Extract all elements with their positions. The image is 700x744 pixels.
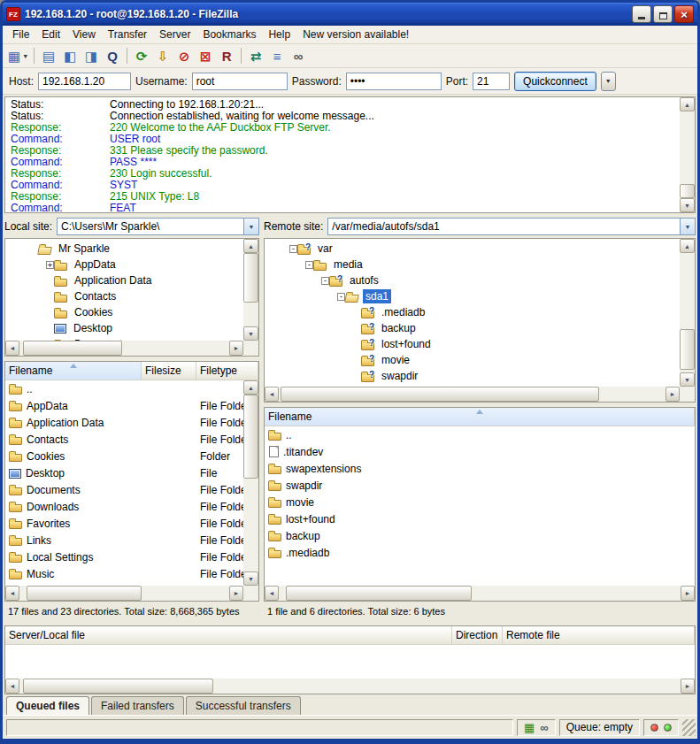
maximize-button[interactable] (653, 5, 673, 23)
file-row[interactable]: Links File Folder (5, 532, 243, 548)
scrollbar-track[interactable] (243, 395, 258, 571)
file-row[interactable]: .. (5, 380, 243, 397)
file-row[interactable]: Downloads File Folder (5, 498, 243, 515)
close-button[interactable]: × (674, 5, 694, 23)
password-input[interactable] (346, 73, 442, 90)
tree-item-label[interactable]: Desktop (71, 321, 115, 335)
scroll-right-icon[interactable]: ► (681, 586, 695, 601)
expander-icon[interactable]: - (289, 245, 297, 253)
expander-icon[interactable]: - (305, 261, 313, 269)
tree-item-label[interactable]: media (331, 257, 365, 272)
tree-item[interactable]: Contacts (5, 288, 243, 304)
tree-item[interactable]: - media (265, 257, 680, 272)
scroll-right-icon[interactable]: ► (229, 341, 243, 356)
menu-item[interactable]: Edit (35, 27, 66, 42)
expander-icon[interactable]: - (337, 293, 345, 301)
scroll-up-icon[interactable]: ▲ (243, 380, 258, 395)
local-list-vertical-scrollbar[interactable]: ▲ ▼ (243, 380, 258, 586)
file-row[interactable]: AppData File Folder (5, 397, 243, 414)
tree-item[interactable]: backup (265, 320, 680, 336)
file-row[interactable]: Cookies Folder (5, 448, 243, 464)
scrollbar-track[interactable] (680, 253, 695, 372)
scroll-left-icon[interactable]: ◄ (5, 341, 19, 356)
tree-item[interactable]: Application Data (5, 272, 243, 288)
chevron-down-icon[interactable]: ▼ (243, 219, 258, 234)
scroll-up-icon[interactable]: ▲ (680, 97, 695, 111)
scrollbar-track[interactable] (19, 341, 229, 356)
scrollbar-thumb[interactable] (23, 341, 122, 356)
cancel-button[interactable]: ⊘ (173, 46, 195, 66)
scrollbar-thumb[interactable] (243, 253, 258, 303)
tree-item-label[interactable]: AppData (72, 257, 119, 272)
scrollbar-thumb[interactable] (243, 395, 258, 479)
scrollbar-thumb[interactable] (680, 329, 695, 370)
column-header-filesize[interactable]: Filesize (142, 362, 196, 380)
refresh-button[interactable]: ⟳ (131, 46, 152, 66)
reconnect-button[interactable]: R (216, 46, 237, 66)
remote-tree-horizontal-scrollbar[interactable]: ◄ ► (265, 387, 695, 402)
scroll-down-icon[interactable]: ▼ (243, 571, 258, 586)
remote-treeview-toggle-button[interactable]: ◨ (81, 46, 102, 66)
directory-comparison-button[interactable]: ≡ (266, 46, 288, 66)
binoculars-icon[interactable]: ∞ (540, 722, 548, 733)
scroll-down-icon[interactable]: ▼ (243, 326, 258, 341)
scroll-up-icon[interactable]: ▲ (243, 239, 258, 253)
file-row[interactable]: .mediadb (265, 544, 695, 561)
scrollbar-thumb[interactable] (27, 586, 142, 601)
queue-tab[interactable]: Failed transfers (91, 696, 184, 715)
message-log-toggle-button[interactable]: ▤ (38, 46, 59, 66)
local-site-combobox[interactable]: C:\Users\Mr Sparkle\ ▼ (57, 218, 259, 235)
file-row[interactable]: Application Data File Folder (5, 414, 243, 431)
tree-item[interactable]: lost+found (265, 336, 680, 352)
chevron-down-icon[interactable]: ▼ (22, 53, 28, 59)
file-row[interactable]: Local Settings File Folder (5, 548, 243, 565)
log-vertical-scrollbar[interactable]: ▲ ▼ (680, 97, 695, 212)
scroll-left-icon[interactable]: ◄ (265, 387, 279, 402)
file-row[interactable]: lost+found (265, 510, 695, 527)
menu-item[interactable]: File (6, 27, 35, 42)
menu-item[interactable]: Help (262, 27, 296, 42)
tree-item[interactable]: Cookies (5, 304, 243, 320)
username-input[interactable] (192, 73, 288, 90)
file-row[interactable]: swapextensions (265, 460, 695, 477)
remote-site-combobox[interactable]: /var/media/autofs/sda1 ▼ (327, 218, 696, 235)
tree-item[interactable]: swapdir (265, 368, 680, 384)
scroll-left-icon[interactable]: ◄ (5, 586, 19, 601)
file-row[interactable]: swapdir (265, 477, 695, 494)
tree-item[interactable]: - var (265, 241, 680, 257)
chevron-down-icon[interactable]: ▼ (680, 219, 695, 234)
menu-item[interactable]: Transfer (102, 27, 153, 42)
synchronized-browsing-button[interactable]: ⇄ (245, 46, 266, 66)
tree-item[interactable]: .mediadb (265, 304, 680, 320)
file-row[interactable]: Music File Folder (5, 565, 243, 582)
scroll-down-icon[interactable]: ▼ (680, 198, 695, 212)
tree-item[interactable]: + AppData (5, 257, 243, 272)
file-row[interactable]: .titandev (265, 443, 695, 460)
queue-tab[interactable]: Successful transfers (186, 696, 301, 715)
file-row[interactable]: movie (265, 494, 695, 510)
scroll-right-icon[interactable]: ► (229, 586, 243, 601)
column-header-direction[interactable]: Direction (452, 626, 503, 644)
column-header-remote-file[interactable]: Remote file (503, 626, 695, 644)
scrollbar-thumb[interactable] (281, 387, 599, 402)
tree-item-label[interactable]: lost+found (379, 337, 434, 351)
tree-item[interactable]: Mr Sparkle (5, 241, 243, 257)
column-header-filetype[interactable]: Filetype (196, 362, 258, 380)
expander-icon[interactable]: + (46, 261, 54, 269)
column-header-filename[interactable]: Filename (5, 362, 142, 380)
titlebar[interactable]: FZ 192.168.1.20 - root@192.168.1.20 - Fi… (3, 3, 697, 26)
local-tree-horizontal-scrollbar[interactable]: ◄ ► (5, 341, 258, 356)
tree-item-label[interactable]: .mediadb (379, 305, 427, 319)
scrollbar-track[interactable] (279, 387, 665, 402)
scrollbar-track[interactable] (279, 586, 681, 601)
column-header-filename[interactable]: Filename (265, 408, 695, 426)
display-icon[interactable]: ▦ (524, 722, 535, 733)
minimize-button[interactable] (632, 5, 651, 23)
scrollbar-track[interactable] (19, 679, 681, 694)
tree-item-label[interactable]: sda1 (363, 289, 391, 303)
tree-item-label[interactable]: Application Data (72, 273, 154, 288)
tree-item-label[interactable]: autofs (347, 273, 381, 288)
file-row[interactable]: .. (265, 426, 695, 443)
tree-item-label[interactable]: backup (379, 321, 419, 335)
scroll-right-icon[interactable]: ► (665, 387, 680, 402)
